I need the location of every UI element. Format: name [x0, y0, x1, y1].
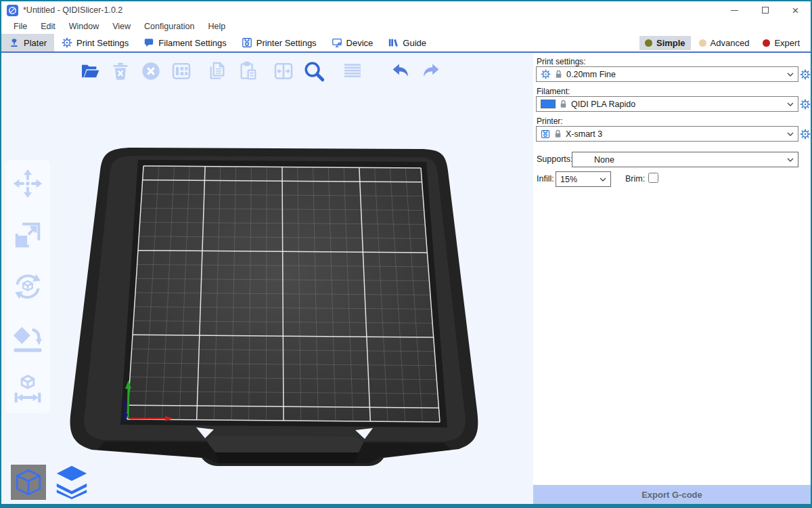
gear-icon [800, 69, 811, 80]
guide-books-icon [388, 37, 399, 48]
tab-printer-settings[interactable]: Printer Settings [234, 34, 324, 51]
mode-advanced[interactable]: Advanced [694, 36, 755, 50]
infill-combo[interactable]: 15% [556, 171, 611, 187]
settings-panel: Print settings: 0.20mm Fine [533, 53, 811, 504]
tab-label: Printer Settings [256, 38, 317, 48]
menu-file[interactable]: File [7, 22, 34, 31]
view-mode-switch [11, 462, 91, 500]
list-lines-icon [342, 60, 363, 82]
gear-icon [541, 69, 551, 79]
print-settings-combo[interactable]: 0.20mm Fine [536, 66, 798, 82]
paste-button[interactable] [235, 58, 261, 84]
printer-combo[interactable]: X-smart 3 [536, 126, 798, 142]
move-icon [12, 168, 43, 199]
mode-label: Simple [656, 38, 685, 48]
delete-all-button[interactable] [138, 58, 164, 84]
copy-icon [206, 60, 228, 82]
advanced-dot-icon [699, 39, 706, 47]
tab-filament-settings[interactable]: Filament Settings [136, 34, 233, 51]
undo-button[interactable] [388, 58, 413, 84]
print-settings-value: 0.20mm Fine [566, 70, 616, 79]
layers-preview-button[interactable] [53, 462, 91, 500]
3d-viewport[interactable] [1, 53, 533, 504]
filament-label: Filament: [537, 87, 570, 96]
main-area: Print settings: 0.20mm Fine [1, 53, 811, 504]
printer-edit-button[interactable] [799, 126, 811, 142]
menu-window[interactable]: Window [62, 22, 106, 31]
search-button[interactable] [301, 58, 327, 84]
mode-label: Expert [774, 38, 800, 48]
chevron-down-icon [600, 177, 606, 182]
3d-editor-view-button[interactable] [11, 465, 46, 500]
arrange-button[interactable] [168, 58, 194, 84]
title-bar: *Untitled - QIDISlicer-1.0.2 × [1, 1, 811, 19]
supports-combo[interactable]: None [572, 152, 798, 167]
split-objects-button[interactable] [271, 58, 296, 84]
print-settings-edit-button[interactable] [799, 66, 811, 82]
scale-tool-button[interactable] [11, 218, 45, 252]
move-tool-button[interactable] [11, 167, 45, 200]
tab-label: Filament Settings [158, 38, 226, 48]
redo-icon [420, 60, 443, 83]
filament-icon [143, 37, 154, 48]
filament-edit-button[interactable] [799, 96, 811, 112]
filament-combo[interactable]: QIDI PLA Rapido [536, 96, 798, 112]
close-button[interactable]: × [780, 1, 811, 19]
supports-value: None [594, 155, 614, 165]
simple-dot-icon [645, 39, 652, 47]
minimize-icon [731, 10, 738, 11]
search-icon [302, 60, 325, 83]
copy-button[interactable] [204, 58, 230, 84]
delete-button[interactable] [108, 58, 133, 84]
minimize-button[interactable] [719, 1, 750, 19]
brim-label: Brim: [625, 174, 645, 184]
brim-checkbox[interactable] [648, 173, 658, 183]
undo-icon [389, 60, 412, 83]
tab-label: Print Settings [76, 38, 129, 48]
layers-list-button[interactable] [340, 58, 365, 84]
printer-icon [541, 129, 550, 139]
paste-icon [237, 60, 258, 82]
open-file-button[interactable] [77, 58, 103, 84]
tab-label: Guide [403, 38, 426, 48]
rotate-tool-button[interactable] [11, 270, 45, 303]
place-on-face-tool-button[interactable] [11, 321, 45, 355]
menu-edit[interactable]: Edit [34, 22, 62, 31]
tab-plater[interactable]: Plater [1, 34, 54, 51]
plater-toolbar [77, 58, 444, 84]
infill-label: Infill: [537, 174, 554, 184]
chevron-down-icon [787, 132, 794, 136]
maximize-icon [762, 7, 769, 14]
expert-dot-icon [763, 39, 770, 47]
close-icon: × [792, 5, 799, 16]
maximize-button[interactable] [750, 1, 780, 19]
export-gcode-button[interactable]: Export G-code [533, 485, 811, 504]
mode-expert[interactable]: Expert [757, 36, 805, 50]
tab-guide[interactable]: Guide [380, 34, 434, 51]
gear-icon [800, 129, 811, 140]
printer-value: X-smart 3 [566, 129, 602, 139]
scale-icon [12, 219, 43, 251]
measure-tool-button[interactable] [11, 373, 45, 406]
print-settings-label: Print settings: [537, 57, 586, 66]
tab-print-settings[interactable]: Print Settings [54, 34, 136, 51]
menu-help[interactable]: Help [201, 22, 232, 31]
lock-icon [555, 70, 562, 79]
measure-icon [12, 374, 43, 405]
printer-icon [242, 37, 252, 48]
mode-simple[interactable]: Simple [639, 36, 691, 50]
infill-value: 15% [560, 175, 577, 184]
arrange-icon [171, 60, 192, 82]
menu-view[interactable]: View [106, 22, 137, 31]
tab-device[interactable]: Device [324, 34, 381, 51]
filament-value: QIDI PLA Rapido [571, 100, 635, 109]
chevron-down-icon [787, 102, 794, 106]
chevron-down-icon [787, 158, 794, 162]
window-title: *Untitled - QIDISlicer-1.0.2 [23, 5, 122, 15]
redo-button[interactable] [418, 58, 444, 84]
menu-configuration[interactable]: Configuration [137, 22, 201, 31]
gear-icon [62, 37, 72, 48]
device-icon [332, 37, 342, 48]
window-controls: × [719, 1, 811, 19]
plater-icon [9, 37, 20, 48]
